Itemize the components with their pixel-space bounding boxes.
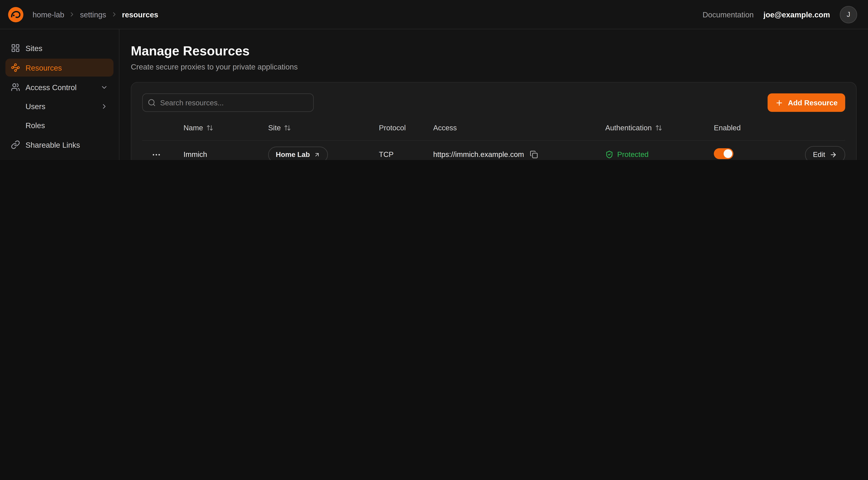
table-row: Immich Home Lab TCP https://immich.examp… bbox=[142, 140, 845, 160]
sidebar-item-label: Shareable Links bbox=[26, 141, 80, 149]
column-header-enabled: Enabled bbox=[714, 124, 774, 132]
documentation-link[interactable]: Documentation bbox=[703, 10, 754, 19]
column-header-protocol: Protocol bbox=[379, 124, 433, 132]
user-email: joe@example.com bbox=[764, 10, 830, 19]
search-box bbox=[142, 93, 314, 112]
link-icon bbox=[11, 140, 20, 149]
edit-button[interactable]: Edit bbox=[805, 146, 845, 160]
copy-button[interactable] bbox=[529, 149, 539, 160]
auth-status-badge: Protected bbox=[605, 150, 714, 158]
search-icon bbox=[148, 99, 156, 107]
sidebar-nav: Sites Resources Access Control bbox=[0, 36, 119, 160]
breadcrumb-item-current: resources bbox=[122, 10, 158, 19]
topbar: home-lab settings resources Documentatio… bbox=[0, 0, 868, 29]
arrow-right-icon bbox=[830, 151, 837, 158]
resource-protocol: TCP bbox=[379, 150, 433, 158]
breadcrumb-item-org[interactable]: home-lab bbox=[33, 10, 64, 19]
chevron-right-icon bbox=[111, 11, 118, 18]
app-window: home-lab settings resources Documentatio… bbox=[0, 0, 868, 160]
page-subtitle: Create secure proxies to your private ap… bbox=[131, 62, 857, 71]
arrow-up-right-icon bbox=[314, 151, 320, 158]
sidebar-item-label: Users bbox=[26, 102, 45, 111]
waypoints-icon bbox=[11, 63, 20, 72]
grid-icon bbox=[11, 43, 20, 53]
shield-check-icon bbox=[605, 150, 613, 158]
sidebar-item-label: Resources bbox=[26, 63, 62, 72]
sidebar-item-users[interactable]: Users bbox=[5, 98, 114, 115]
sort-icon bbox=[284, 124, 291, 131]
sidebar-item-shareable-links[interactable]: Shareable Links bbox=[5, 136, 114, 154]
resource-name: Immich bbox=[184, 150, 268, 158]
column-header-authentication[interactable]: Authentication bbox=[605, 124, 714, 132]
sidebar-item-api-keys[interactable]: API Keys bbox=[5, 155, 114, 160]
user-avatar[interactable]: J bbox=[840, 6, 857, 23]
plus-icon bbox=[775, 99, 783, 107]
key-icon bbox=[11, 160, 20, 160]
sidebar: Sites Resources Access Control bbox=[0, 29, 119, 160]
sidebar-item-roles[interactable]: Roles bbox=[5, 117, 114, 134]
users-icon bbox=[11, 83, 20, 92]
chevron-right-icon bbox=[100, 102, 108, 110]
sort-icon bbox=[206, 124, 213, 131]
add-resource-button[interactable]: Add Resource bbox=[768, 93, 845, 112]
sidebar-item-label: Access Control bbox=[26, 83, 76, 92]
column-header-name[interactable]: Name bbox=[184, 124, 268, 132]
chevron-down-icon bbox=[100, 84, 108, 91]
sidebar-item-resources[interactable]: Resources bbox=[5, 59, 114, 77]
row-menu-button[interactable] bbox=[149, 148, 163, 160]
copy-icon bbox=[530, 150, 538, 158]
app-logo-icon[interactable] bbox=[8, 6, 24, 23]
sidebar-item-label: Roles bbox=[26, 121, 45, 130]
column-header-site[interactable]: Site bbox=[268, 124, 379, 132]
chevron-right-icon bbox=[69, 11, 75, 18]
search-input[interactable] bbox=[142, 93, 314, 112]
column-header-access: Access bbox=[433, 124, 605, 132]
breadcrumb-item-settings[interactable]: settings bbox=[80, 10, 106, 19]
ellipsis-icon bbox=[151, 150, 161, 159]
sidebar-item-sites[interactable]: Sites bbox=[5, 39, 114, 57]
table-header: Name Site Protocol Access Auth bbox=[142, 115, 845, 140]
resource-access-url: https://immich.example.com bbox=[433, 150, 524, 158]
sidebar-item-label: Sites bbox=[26, 44, 42, 53]
card-toolbar: Add Resource bbox=[142, 93, 845, 112]
sort-icon bbox=[655, 124, 662, 131]
page-title: Manage Resources bbox=[131, 43, 857, 59]
enabled-toggle[interactable] bbox=[714, 148, 733, 159]
sidebar-item-access-control[interactable]: Access Control bbox=[5, 78, 114, 96]
site-link-button[interactable]: Home Lab bbox=[268, 146, 328, 160]
main-content: Manage Resources Create secure proxies t… bbox=[119, 29, 868, 160]
breadcrumb: home-lab settings resources bbox=[33, 10, 158, 19]
resources-card: Add Resource Name Site bbox=[131, 82, 857, 160]
